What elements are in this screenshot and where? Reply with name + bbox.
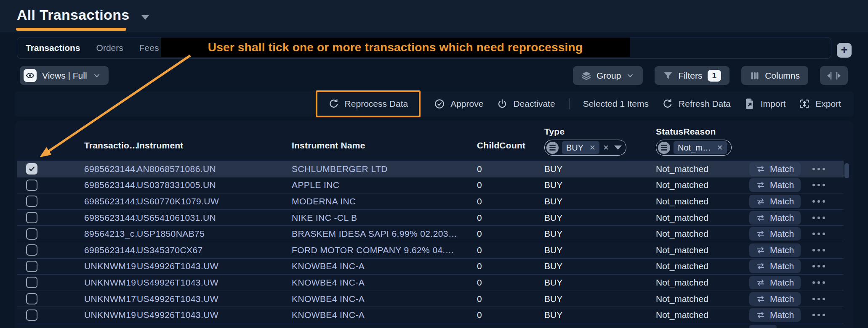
table-row-partial — [17, 323, 844, 328]
row-menu-button[interactable] — [812, 281, 825, 284]
match-button[interactable]: Match — [749, 195, 801, 208]
instrument-name-cell[interactable]: FORD MOTOR COMPANY 9.62% 04.… — [292, 245, 477, 255]
instrument-name-cell[interactable]: SCHLUMBERGER LTD — [292, 164, 477, 174]
transaction-id-cell[interactable]: UNKNWM19… — [84, 261, 137, 271]
reprocess-data-button[interactable]: Reprocess Data — [328, 98, 408, 109]
transaction-id-cell[interactable]: UNKNWM177… — [84, 294, 137, 304]
row-menu-button[interactable] — [812, 265, 825, 267]
views-dropdown[interactable]: Views | Full — [20, 66, 109, 85]
transaction-id-cell[interactable]: UNKNWM19… — [84, 278, 137, 288]
match-button[interactable]: Match — [749, 227, 801, 241]
filter-menu-icon[interactable] — [658, 142, 670, 154]
instrument-cell[interactable]: US60770K1079.UW — [137, 196, 292, 206]
instrument-name-cell[interactable]: KNOWBE4 INC-A — [292, 310, 477, 320]
row-menu-button[interactable] — [812, 184, 825, 186]
group-button[interactable]: Group — [573, 66, 643, 85]
match-button[interactable]: Match — [749, 211, 801, 225]
tab-fees[interactable]: Fees — [139, 43, 159, 53]
row-checkbox[interactable] — [26, 244, 37, 256]
row-menu-button[interactable] — [812, 314, 825, 316]
instrument-cell[interactable]: US6541061031.UN — [137, 213, 292, 223]
row-checkbox[interactable] — [26, 277, 37, 288]
type-cell: BUY — [544, 278, 656, 288]
transaction-id-cell[interactable]: UNKNWM19… — [84, 310, 137, 320]
instrument-cell[interactable]: US0378331005.UN — [137, 180, 292, 190]
type-cell: BUY — [544, 180, 656, 190]
match-button[interactable]: Match — [749, 162, 801, 176]
tab-orders[interactable]: Orders — [96, 43, 123, 53]
header-instrument-name[interactable]: Instrument Name — [292, 121, 477, 161]
type-filter-pill[interactable]: BUY ✕ ✕ — [544, 140, 626, 156]
instrument-name-cell[interactable]: KNOWBE4 INC-A — [292, 261, 477, 271]
add-tab-button[interactable]: + — [837, 43, 852, 58]
row-checkbox[interactable] — [26, 309, 37, 321]
row-checkbox[interactable] — [26, 261, 37, 272]
transaction-id-cell[interactable]: 69856231441… — [84, 196, 137, 206]
status-filter-chip: Not_m… ✕ — [674, 141, 727, 154]
transaction-id-cell[interactable]: 6985623144… — [84, 164, 137, 174]
status-filter-pill[interactable]: Not_m… ✕ — [656, 140, 732, 156]
row-checkbox[interactable] — [26, 180, 37, 191]
match-button[interactable]: Match — [749, 292, 801, 306]
row-checkbox[interactable] — [26, 163, 37, 175]
transaction-id-cell[interactable]: 89564213_c… — [84, 229, 137, 239]
export-button[interactable]: Export — [799, 98, 841, 109]
filter-funnel-icon — [663, 71, 673, 81]
instrument-cell[interactable]: US49926T1043.UW — [137, 310, 292, 320]
row-menu-button[interactable] — [812, 298, 825, 300]
instrument-cell[interactable]: US49926T1043.UW — [137, 294, 292, 304]
instrument-name-cell[interactable]: NIKE INC -CL B — [292, 213, 477, 223]
instrument-cell[interactable]: AN8068571086.UN — [137, 164, 292, 174]
approve-button[interactable]: Approve — [434, 98, 483, 109]
filter-dropdown-icon[interactable] — [614, 145, 622, 150]
instrument-cell[interactable]: USP1850NAB75 — [137, 229, 292, 239]
instrument-name-cell[interactable]: BRASKEM IDESA SAPI 6.99% 02.203… — [292, 229, 477, 239]
match-button[interactable]: Match — [749, 308, 801, 322]
transaction-id-cell[interactable]: 6985623144… — [84, 180, 137, 190]
vertical-scrollbar-thumb[interactable] — [844, 163, 849, 178]
chip-close-icon[interactable]: ✕ — [589, 144, 595, 151]
child-count-cell: 0 — [477, 213, 544, 223]
columns-button[interactable]: Columns — [741, 66, 808, 85]
instrument-cell[interactable]: US49926T1043.UW — [137, 261, 292, 271]
row-menu-button[interactable] — [812, 168, 825, 170]
row-checkbox[interactable] — [26, 228, 37, 240]
row-menu-button[interactable] — [812, 200, 825, 203]
row-menu-button[interactable] — [812, 217, 825, 219]
instrument-name-cell[interactable]: MODERNA INC — [292, 196, 477, 206]
row-checkbox[interactable] — [26, 196, 37, 207]
row-checkbox[interactable] — [26, 293, 37, 304]
instrument-cell[interactable]: US49926T1043.UW — [137, 278, 292, 288]
tab-transactions[interactable]: Transactions — [26, 43, 80, 53]
row-menu-button[interactable] — [812, 233, 825, 235]
instrument-cell[interactable]: US345370CX67 — [137, 245, 292, 255]
match-button[interactable] — [749, 325, 777, 328]
status-reason-cell: Not_matched — [656, 261, 749, 271]
transaction-id-cell[interactable]: 69856231441… — [84, 213, 137, 223]
match-button[interactable]: Match — [749, 259, 801, 273]
instrument-name-cell[interactable]: KNOWBE4 INC-A — [292, 294, 477, 304]
transaction-id-cell[interactable]: 6985623144… — [84, 245, 137, 255]
clear-filter-icon[interactable]: ✕ — [603, 144, 609, 151]
import-button[interactable]: Import — [744, 98, 786, 110]
header-transaction[interactable]: Transactio… — [84, 121, 137, 161]
filters-button[interactable]: Filters 1 — [655, 66, 730, 85]
header-instrument[interactable]: Instrument — [137, 121, 292, 161]
instrument-name-cell[interactable]: KNOWBE4 INC-A — [292, 278, 477, 288]
type-cell: BUY — [544, 245, 656, 255]
row-menu-button[interactable] — [812, 249, 825, 251]
match-button[interactable]: Match — [749, 178, 801, 192]
header-menu-column — [805, 121, 844, 161]
match-button[interactable]: Match — [749, 276, 801, 289]
match-button[interactable]: Match — [749, 243, 801, 257]
row-checkbox[interactable] — [26, 212, 37, 223]
panel-collapse-expand-button[interactable] — [820, 66, 848, 85]
refresh-data-button[interactable]: Refresh Data — [662, 98, 731, 109]
filter-menu-icon[interactable] — [546, 142, 559, 154]
header-child-count[interactable]: ChildCount — [477, 121, 544, 161]
table-row: 6985623144… AN8068571086.UN SCHLUMBERGER… — [17, 161, 844, 177]
deactivate-button[interactable]: Deactivate — [497, 98, 555, 109]
chip-close-icon[interactable]: ✕ — [717, 144, 723, 151]
title-caret-icon[interactable] — [141, 15, 149, 20]
instrument-name-cell[interactable]: APPLE INC — [292, 180, 477, 190]
